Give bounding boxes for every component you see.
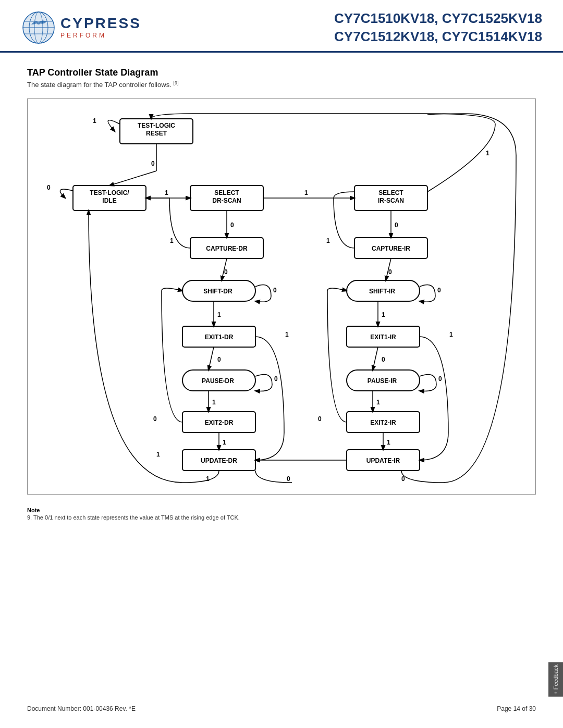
logo-text: CYPRESS PERFORM	[60, 16, 141, 39]
main-content: TAP Controller State Diagram The state d…	[0, 53, 563, 494]
tap-state-diagram: TEST-LOGIC RESET TEST-LOGIC/ IDLE SELECT…	[36, 108, 527, 489]
svg-text:1: 1	[206, 475, 210, 483]
svg-text:EXIT1-IR: EXIT1-IR	[370, 334, 396, 341]
svg-text:0: 0	[318, 415, 322, 423]
svg-text:SELECT: SELECT	[378, 189, 403, 196]
svg-text:1: 1	[285, 331, 289, 338]
svg-text:0: 0	[438, 375, 442, 382]
svg-text:DR-SCAN: DR-SCAN	[212, 197, 241, 204]
svg-text:CAPTURE-DR: CAPTURE-DR	[206, 245, 248, 252]
svg-text:EXIT1-DR: EXIT1-DR	[205, 334, 234, 341]
svg-text:SHIFT-DR: SHIFT-DR	[203, 288, 232, 295]
logo-area: CYPRESS PERFORM	[21, 10, 141, 45]
svg-text:CAPTURE-IR: CAPTURE-IR	[372, 245, 410, 252]
title-text: CY7C1510KV18, CY7C1525KV18 CY7C1512KV18,…	[141, 9, 542, 46]
svg-text:0: 0	[395, 221, 398, 229]
svg-line-69	[373, 347, 378, 370]
svg-text:1: 1	[93, 117, 96, 125]
page-number: Page 14 of 30	[497, 705, 536, 712]
svg-text:0: 0	[388, 268, 392, 276]
svg-text:RESET: RESET	[146, 130, 167, 137]
svg-text:UPDATE-DR: UPDATE-DR	[201, 457, 237, 464]
svg-text:0: 0	[230, 221, 234, 229]
logo-cypress-text: CYPRESS	[60, 16, 141, 31]
svg-text:SHIFT-IR: SHIFT-IR	[369, 288, 395, 295]
page-header: CYPRESS PERFORM CY7C1510KV18, CY7C1525KV…	[0, 0, 563, 53]
svg-text:0: 0	[274, 375, 278, 382]
svg-text:SELECT: SELECT	[214, 189, 239, 196]
svg-text:IR-SCAN: IR-SCAN	[378, 197, 404, 204]
svg-text:TEST-LOGIC: TEST-LOGIC	[138, 122, 175, 129]
svg-text:1: 1	[304, 189, 308, 196]
svg-text:1: 1	[376, 399, 380, 406]
svg-text:0: 0	[401, 475, 405, 483]
svg-text:1: 1	[212, 399, 216, 406]
svg-text:IDLE: IDLE	[102, 197, 116, 204]
footer-bar: Document Number: 001-00436 Rev. *E Page …	[27, 705, 536, 712]
footer-note: Note 9. The 0/1 next to each state repre…	[27, 507, 536, 521]
cypress-logo-icon	[21, 10, 56, 45]
section-description: The state diagram for the TAP controller…	[27, 80, 536, 89]
svg-text:1: 1	[326, 237, 330, 244]
svg-text:EXIT2-IR: EXIT2-IR	[370, 419, 396, 426]
svg-text:TEST-LOGIC/: TEST-LOGIC/	[90, 189, 129, 196]
svg-text:PAUSE-DR: PAUSE-DR	[202, 377, 234, 385]
state-diagram-container: TEST-LOGIC RESET TEST-LOGIC/ IDLE SELECT…	[27, 98, 536, 495]
svg-text:1: 1	[217, 311, 221, 318]
svg-text:0: 0	[153, 415, 157, 423]
section-title: TAP Controller State Diagram	[27, 67, 536, 78]
svg-text:UPDATE-IR: UPDATE-IR	[366, 457, 400, 464]
document-number: Document Number: 001-00436 Rev. *E	[27, 705, 136, 712]
svg-text:1: 1	[382, 311, 385, 318]
svg-text:0: 0	[287, 475, 290, 483]
svg-text:0: 0	[224, 268, 228, 276]
note-label: Note	[27, 507, 536, 513]
svg-text:1: 1	[486, 150, 489, 157]
svg-text:0: 0	[151, 160, 155, 167]
svg-text:1: 1	[223, 439, 226, 446]
svg-text:0: 0	[437, 287, 441, 294]
svg-text:0: 0	[217, 356, 221, 363]
feedback-button[interactable]: + Feedback	[548, 662, 563, 697]
svg-text:0: 0	[273, 287, 277, 294]
svg-text:1: 1	[170, 237, 174, 244]
document-title: CY7C1510KV18, CY7C1525KV18 CY7C1512KV18,…	[141, 9, 542, 46]
svg-text:0: 0	[47, 184, 51, 191]
note-text: 9. The 0/1 next to each state represents…	[27, 514, 536, 521]
logo-perform-text: PERFORM	[60, 32, 141, 39]
svg-text:1: 1	[449, 331, 453, 338]
svg-text:1: 1	[156, 451, 160, 458]
svg-line-67	[209, 347, 214, 370]
svg-text:PAUSE-IR: PAUSE-IR	[368, 377, 397, 385]
svg-line-45	[109, 171, 156, 186]
svg-text:0: 0	[382, 356, 385, 363]
svg-text:EXIT2-DR: EXIT2-DR	[205, 419, 234, 426]
svg-text:1: 1	[165, 189, 168, 196]
svg-text:1: 1	[387, 439, 390, 446]
